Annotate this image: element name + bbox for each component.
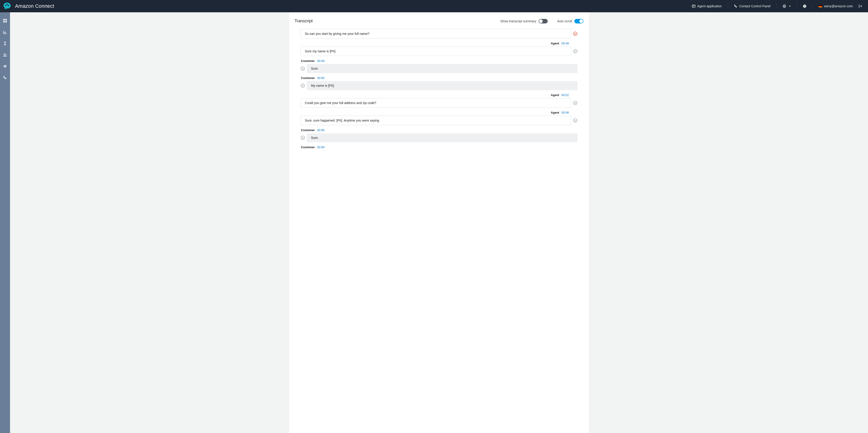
phone-icon (734, 4, 738, 8)
svg-rect-13 (3, 21, 5, 23)
help-icon: ? (803, 4, 806, 8)
agent-bubble: Could you give me your full address and … (301, 98, 571, 108)
help-link[interactable]: ? (802, 3, 807, 9)
svg-point-34 (303, 68, 304, 68)
svg-rect-11 (3, 19, 5, 21)
turn-meta: Agent00:49 (301, 42, 578, 45)
timestamp: 00:49 (317, 59, 324, 63)
svg-rect-3 (692, 5, 695, 7)
turn-meta: Agent00:56 (301, 111, 578, 114)
agent-bubble: Sure my name is [PII]. (301, 46, 571, 56)
bubble-row: Could you give me your full address and … (301, 98, 578, 108)
brand: Amazon Connect (2, 1, 54, 11)
neutral-face-icon (573, 118, 578, 123)
dashboard-icon[interactable] (3, 19, 7, 23)
agent-turn: Agent00:56Sure, sure happened. [PII]. An… (301, 111, 578, 125)
customer-bubble: Sure. (307, 64, 578, 73)
timestamp: 00:56 (317, 145, 324, 149)
sad-face-icon (573, 31, 578, 36)
svg-text:?: ? (804, 5, 805, 7)
section-header: Transcript Show transcript summary Auto … (289, 19, 589, 29)
agent-turn: Agent00:49Sure my name is [PII]. (301, 42, 578, 56)
main-area: Transcript Show transcript summary Auto … (10, 12, 868, 433)
customer-turn: Customer00:50 My name is [PII]. (301, 76, 578, 90)
globe-icon (782, 4, 786, 8)
timestamp: 00:56 (561, 111, 569, 114)
svg-point-26 (574, 32, 577, 35)
bubble-row: Sure, sure happened. [PII]. Anytime you … (301, 115, 578, 125)
neutral-face-icon (301, 135, 305, 140)
announce-icon[interactable] (3, 64, 7, 68)
svg-point-22 (5, 54, 6, 55)
svg-point-41 (574, 119, 577, 122)
section-title: Transcript (294, 19, 313, 24)
neutral-face-icon (301, 66, 305, 71)
svg-point-32 (301, 67, 305, 70)
routing-icon[interactable] (3, 41, 7, 45)
window-icon (692, 4, 695, 8)
agent-turn: Agent00:52Could you give me your full ad… (301, 93, 578, 108)
agent-bubble: So can you start by giving me your full … (301, 29, 571, 38)
nav-separator (797, 4, 797, 9)
timestamp: 00:50 (317, 76, 324, 80)
svg-point-39 (575, 102, 575, 103)
flag-icon (818, 5, 822, 7)
phone-icon[interactable] (3, 75, 7, 80)
side-rail (0, 12, 10, 433)
nav-separator (812, 4, 813, 9)
timestamp: 00:49 (561, 42, 569, 45)
turn-meta: Customer00:50 (301, 76, 578, 80)
agent-bubble: Sure, sure happened. [PII]. Anytime you … (301, 115, 571, 125)
bubble-row: My name is [PII]. (301, 81, 578, 90)
nav-separator (776, 4, 777, 9)
analytics-icon[interactable] (3, 30, 7, 34)
customer-turn: Customer00:56 Sure. (301, 128, 578, 142)
speaker-label: Customer (301, 128, 315, 132)
bubble-row: Sure. (301, 133, 578, 142)
svg-point-29 (574, 49, 577, 53)
speaker-label: Agent (551, 111, 559, 114)
turn-meta: Customer00:56 (301, 128, 578, 132)
customer-bubble: My name is [PII]. (307, 81, 578, 90)
bubble-row: Sure. (301, 64, 578, 73)
summary-toggle-label: Show transcript summary (500, 19, 536, 23)
transcript-list: So can you start by giving me your full … (289, 29, 589, 157)
connect-logo-icon (2, 1, 12, 11)
timestamp: 00:52 (561, 93, 569, 97)
turn-meta: Customer00:56 (301, 145, 578, 149)
autoscroll-toggle-label: Auto scroll (557, 19, 572, 23)
user-menu[interactable]: weny@amazon.com (818, 3, 854, 9)
top-nav: Amazon Connect Agent application Contact… (0, 0, 868, 12)
speaker-label: Customer (301, 59, 315, 63)
svg-point-37 (303, 85, 304, 86)
customer-turn: Customer00:49 Sure. (301, 59, 578, 73)
svg-point-44 (301, 136, 305, 139)
ccp-link[interactable]: Contact Control Panel (733, 3, 771, 9)
neutral-face-icon (573, 49, 578, 54)
svg-rect-12 (5, 19, 7, 21)
ccp-label: Contact Control Panel (739, 4, 771, 8)
product-title: Amazon Connect (15, 3, 54, 9)
svg-point-24 (6, 66, 7, 66)
speaker-label: Customer (301, 145, 315, 149)
turn-meta: Agent00:52 (301, 93, 578, 97)
neutral-face-icon (301, 83, 305, 88)
bubble-row: So can you start by giving me your full … (301, 29, 578, 38)
logout-icon (859, 4, 862, 8)
autoscroll-toggle[interactable] (574, 19, 584, 24)
speaker-label: Agent (551, 93, 559, 97)
speaker-label: Customer (301, 76, 315, 80)
logout-button[interactable] (858, 3, 863, 9)
svg-rect-14 (5, 21, 7, 23)
users-icon[interactable] (3, 53, 7, 57)
timestamp: 00:56 (317, 128, 324, 132)
agent-turn: So can you start by giving me your full … (301, 29, 578, 38)
chevron-down-icon (789, 6, 791, 7)
agent-application-link[interactable]: Agent application (691, 3, 723, 9)
svg-point-35 (301, 84, 305, 88)
turn-meta: Customer00:49 (301, 59, 578, 63)
user-email: weny@amazon.com (824, 4, 853, 8)
summary-toggle[interactable] (538, 19, 548, 24)
language-menu[interactable] (782, 3, 792, 9)
svg-point-38 (574, 101, 577, 105)
